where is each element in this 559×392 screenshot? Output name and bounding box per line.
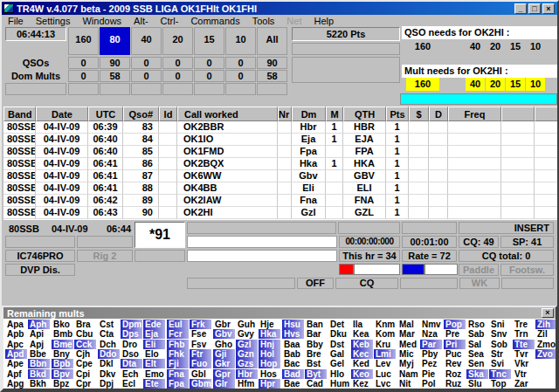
mult-vkr: Vkr (513, 359, 535, 368)
stat-row-label: QSOs (5, 57, 66, 69)
off-button[interactable]: OFF (297, 278, 334, 289)
cq-button[interactable]: CQ (335, 278, 398, 289)
menu-alt[interactable]: Alt- (128, 16, 155, 26)
mult-mic: Mic (397, 349, 419, 359)
rig1-label[interactable]: IC746PRO (5, 250, 75, 262)
log-row[interactable]: 80SSB04-IV-0906:4390OK2HIGzlGZL1 (3, 207, 557, 219)
log-row[interactable]: 80SSB04-IV-0906:4289OK2IAWFnaFNA1 (3, 195, 557, 207)
log-header-id[interactable]: Id (159, 107, 177, 121)
log-cell-filler (535, 182, 557, 195)
mult-baa: Baa (282, 340, 304, 349)
mult-ban: Ban (305, 320, 327, 329)
stat-empty-cell (225, 83, 256, 95)
log-cell: 06:41 (88, 182, 123, 195)
log-header-freq[interactable]: Freq (448, 107, 501, 121)
mult-gel: Gel (328, 359, 350, 368)
log-cell: Fpa (292, 146, 326, 158)
message-input[interactable] (187, 250, 337, 262)
log-cell-filler (535, 170, 557, 182)
log-header-date[interactable]: Date (36, 107, 88, 121)
dvp-status[interactable]: DVP Dis. (5, 264, 75, 276)
mult-frk: Frk (190, 320, 211, 329)
log-row[interactable]: 80SSB04-IV-0906:4188OK4BBEliELI1 (3, 182, 557, 195)
mult-bre: Bre (305, 349, 327, 359)
band-tab-20[interactable]: 20 (162, 27, 193, 55)
mult-bae: Bae (282, 379, 304, 389)
log-header-band[interactable]: Band (3, 107, 36, 121)
mult-tnc: Tnc (489, 369, 511, 379)
log-row[interactable]: 80SSB04-IV-0906:4084OK1IOEja1EJA1 (3, 134, 557, 146)
mult-keb: Keb (351, 340, 373, 349)
menu-commands[interactable]: Commands (184, 16, 245, 26)
log-cell: 04-IV-09 (36, 146, 88, 158)
log-cell (159, 146, 177, 158)
log-cell: 1 (326, 158, 343, 170)
log-cell: OK1IO (177, 134, 278, 146)
mult-need-40: 40 (466, 78, 485, 91)
mult-gzs: Gzs (236, 359, 258, 368)
remaining-mults-titlebar[interactable]: Remaining mults (3, 307, 556, 319)
log-cell (159, 121, 177, 134)
mult-bac: Bac (282, 359, 304, 368)
minimize-button[interactable]: _ (514, 3, 527, 14)
log-cell (159, 182, 177, 195)
log-cell (501, 182, 535, 195)
band-tab-80[interactable]: 80 (100, 27, 130, 55)
remaining-mults-close-icon[interactable]: × (542, 308, 554, 318)
log-cell (326, 207, 343, 219)
mult-tre: Tre (513, 320, 535, 329)
band-tab-40[interactable]: 40 (131, 27, 162, 55)
log-header-qso#[interactable]: Qso# (123, 107, 159, 121)
red-indicator-bar (354, 264, 400, 275)
log-header-blank[interactable] (501, 107, 535, 121)
rig2-label: Rig 2 (77, 250, 133, 262)
log-cell: 04-IV-09 (36, 182, 88, 195)
mult-gbl: Gbl (190, 369, 211, 379)
log-cell: GBV (343, 170, 386, 182)
log-row[interactable]: 80SSB04-IV-0906:4187OK6WWGbvGBV1 (3, 170, 557, 182)
log-row[interactable]: 80SSB04-IV-0906:3983OK2BBRHbr1HBR1 (3, 121, 557, 134)
band-tab-160[interactable]: 160 (68, 27, 99, 55)
mult-roz: Roz (444, 369, 466, 379)
mult-bab: Bab (282, 349, 304, 359)
menu-ctrl[interactable]: Ctrl- (155, 16, 185, 26)
mult-zih: Zih (535, 320, 556, 329)
log-row[interactable]: 80SSB04-IV-0906:4085OK1FMDFpaFPA1 (3, 146, 557, 158)
title-bar[interactable]: TR4W v.4.077 beta - 2009 SSB LIGA OK1FHI… (2, 2, 557, 15)
mult-dkl: Dkl (98, 359, 120, 368)
log-header-pts[interactable]: Pts (386, 107, 409, 121)
mult-dro: Dro (121, 340, 142, 349)
mult-ddo: Ddo (98, 349, 120, 359)
exchange-input[interactable] (187, 236, 337, 248)
menu-tools[interactable]: Tools (246, 16, 281, 26)
stat-value: 0 (194, 70, 224, 82)
mult-glr: Glr (213, 379, 235, 389)
cq-counter: CQ: 49 (459, 236, 499, 248)
log-header-$[interactable]: $ (409, 107, 429, 121)
band-tab-15[interactable]: 15 (194, 27, 224, 55)
menu-windows[interactable]: Windows (76, 16, 128, 26)
maximize-button[interactable]: □ (528, 3, 541, 14)
menu-file[interactable]: File (2, 16, 30, 26)
log-cell: 80SSB (3, 121, 36, 134)
mult-pre: Pre (444, 329, 466, 339)
log-cell: GZL (343, 207, 386, 219)
hour-rate: This hr = 34 (339, 250, 400, 262)
mult-ede: Ede (143, 320, 165, 329)
band-tab-10[interactable]: 10 (225, 27, 256, 55)
close-button[interactable]: × (542, 3, 555, 14)
log-header-dm[interactable]: Dm (292, 107, 326, 121)
band-tab-all[interactable]: All (257, 27, 287, 55)
log-header-qth[interactable]: QTH (343, 107, 386, 121)
log-header-d[interactable]: D (429, 107, 448, 121)
menu-settings[interactable]: Settings (30, 16, 77, 26)
mult-bmb: Bmb (52, 329, 73, 339)
log-header-callworked[interactable]: Call worked (177, 107, 278, 121)
log-row[interactable]: 80SSB04-IV-0906:4186OK2BQXHka1HKA1 (3, 158, 557, 170)
log-header-m[interactable]: M (326, 107, 343, 121)
log-header-nr[interactable]: Nr (278, 107, 292, 121)
log-header-utc[interactable]: UTC (88, 107, 123, 121)
log-cell (448, 134, 501, 146)
menu-help[interactable]: Help (307, 16, 340, 26)
callsign-input[interactable]: *91 (135, 222, 185, 248)
